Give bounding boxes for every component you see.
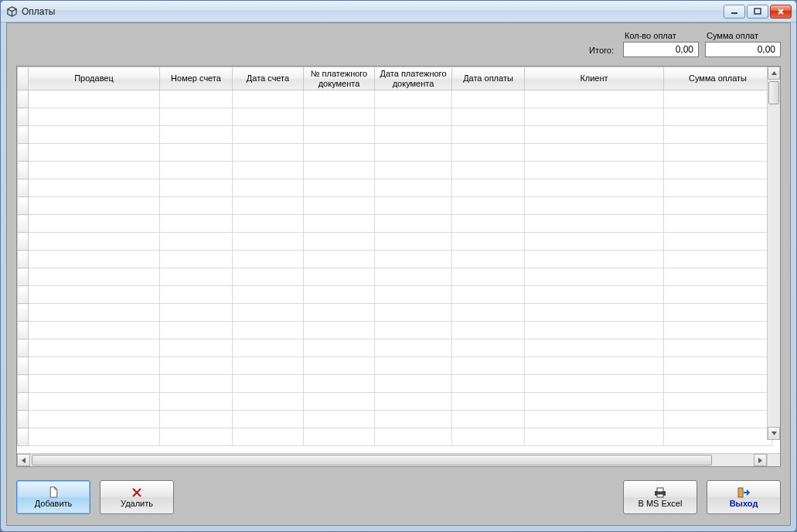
cell[interactable] bbox=[233, 375, 304, 393]
cell[interactable] bbox=[29, 357, 160, 375]
col-client[interactable]: Клиент bbox=[525, 67, 664, 90]
cell[interactable] bbox=[375, 108, 452, 126]
cell[interactable] bbox=[664, 215, 772, 233]
cell[interactable] bbox=[160, 375, 233, 393]
cell[interactable] bbox=[452, 162, 525, 179]
cell[interactable] bbox=[452, 339, 525, 357]
cell[interactable] bbox=[375, 215, 452, 233]
cell[interactable] bbox=[525, 411, 664, 428]
cell[interactable] bbox=[452, 144, 525, 162]
cell[interactable] bbox=[304, 268, 375, 286]
cell[interactable] bbox=[233, 179, 304, 197]
vscroll-thumb[interactable] bbox=[768, 81, 779, 104]
cell[interactable] bbox=[375, 322, 452, 339]
table-row[interactable] bbox=[18, 268, 772, 286]
titlebar[interactable]: Оплаты bbox=[1, 1, 796, 22]
cell[interactable] bbox=[160, 286, 233, 304]
cell[interactable] bbox=[664, 162, 772, 179]
delete-button[interactable]: Удалить bbox=[100, 480, 174, 514]
cell[interactable] bbox=[525, 304, 664, 322]
table-row[interactable] bbox=[18, 233, 772, 251]
cell[interactable] bbox=[29, 179, 160, 197]
cell[interactable] bbox=[375, 286, 452, 304]
cell[interactable] bbox=[160, 304, 233, 322]
cell[interactable] bbox=[160, 126, 233, 144]
cell[interactable] bbox=[304, 251, 375, 268]
data-grid[interactable]: Продавец Номер счета Дата счета № платеж… bbox=[16, 66, 781, 467]
cell[interactable] bbox=[664, 322, 772, 339]
cell[interactable] bbox=[375, 126, 452, 144]
cell[interactable] bbox=[233, 162, 304, 179]
cell[interactable] bbox=[304, 357, 375, 375]
table-row[interactable] bbox=[18, 215, 772, 233]
cell[interactable] bbox=[664, 251, 772, 268]
cell[interactable] bbox=[375, 375, 452, 393]
cell[interactable] bbox=[233, 108, 304, 126]
cell[interactable] bbox=[233, 322, 304, 339]
cell[interactable] bbox=[664, 126, 772, 144]
vscroll-track[interactable] bbox=[768, 80, 780, 427]
table-row[interactable] bbox=[18, 322, 772, 339]
cell[interactable] bbox=[452, 375, 525, 393]
cell[interactable] bbox=[664, 428, 772, 446]
cell[interactable] bbox=[304, 375, 375, 393]
cell[interactable] bbox=[160, 108, 233, 126]
cell[interactable] bbox=[304, 233, 375, 251]
cell[interactable] bbox=[233, 357, 304, 375]
cell[interactable] bbox=[233, 233, 304, 251]
cell[interactable] bbox=[452, 357, 525, 375]
cell[interactable] bbox=[525, 179, 664, 197]
maximize-button[interactable] bbox=[747, 5, 768, 19]
cell[interactable] bbox=[664, 304, 772, 322]
cell[interactable] bbox=[525, 322, 664, 339]
cell[interactable] bbox=[452, 108, 525, 126]
cell[interactable] bbox=[525, 428, 664, 446]
cell[interactable] bbox=[160, 339, 233, 357]
cell[interactable] bbox=[525, 162, 664, 179]
cell[interactable] bbox=[375, 304, 452, 322]
cell[interactable] bbox=[664, 339, 772, 357]
table-row[interactable] bbox=[18, 197, 772, 215]
cell[interactable] bbox=[375, 411, 452, 428]
cell[interactable] bbox=[375, 428, 452, 446]
cell[interactable] bbox=[525, 126, 664, 144]
cell[interactable] bbox=[452, 428, 525, 446]
scroll-down-arrow[interactable] bbox=[768, 427, 780, 440]
cell[interactable] bbox=[160, 393, 233, 411]
cell[interactable] bbox=[160, 197, 233, 215]
cell[interactable] bbox=[304, 144, 375, 162]
cell[interactable] bbox=[160, 268, 233, 286]
cell[interactable] bbox=[160, 357, 233, 375]
cell[interactable] bbox=[452, 179, 525, 197]
cell[interactable] bbox=[304, 197, 375, 215]
cell[interactable] bbox=[29, 393, 160, 411]
cell[interactable] bbox=[29, 322, 160, 339]
cell[interactable] bbox=[375, 90, 452, 108]
hscroll-track[interactable] bbox=[30, 454, 754, 466]
cell[interactable] bbox=[452, 304, 525, 322]
cell[interactable] bbox=[29, 108, 160, 126]
cell[interactable] bbox=[664, 197, 772, 215]
cell[interactable] bbox=[525, 90, 664, 108]
cell[interactable] bbox=[160, 322, 233, 339]
cell[interactable] bbox=[664, 357, 772, 375]
cell[interactable] bbox=[160, 179, 233, 197]
cell[interactable] bbox=[29, 251, 160, 268]
cell[interactable] bbox=[664, 411, 772, 428]
cell[interactable] bbox=[525, 268, 664, 286]
cell[interactable] bbox=[160, 428, 233, 446]
cell[interactable] bbox=[664, 233, 772, 251]
cell[interactable] bbox=[160, 90, 233, 108]
cell[interactable] bbox=[452, 322, 525, 339]
cell[interactable] bbox=[664, 268, 772, 286]
cell[interactable] bbox=[29, 339, 160, 357]
minimize-button[interactable] bbox=[724, 5, 745, 19]
cell[interactable] bbox=[525, 339, 664, 357]
cell[interactable] bbox=[29, 286, 160, 304]
cell[interactable] bbox=[304, 286, 375, 304]
table-row[interactable] bbox=[18, 162, 772, 179]
cell[interactable] bbox=[375, 268, 452, 286]
table-row[interactable] bbox=[18, 179, 772, 197]
table-row[interactable] bbox=[18, 339, 772, 357]
cell[interactable] bbox=[233, 286, 304, 304]
